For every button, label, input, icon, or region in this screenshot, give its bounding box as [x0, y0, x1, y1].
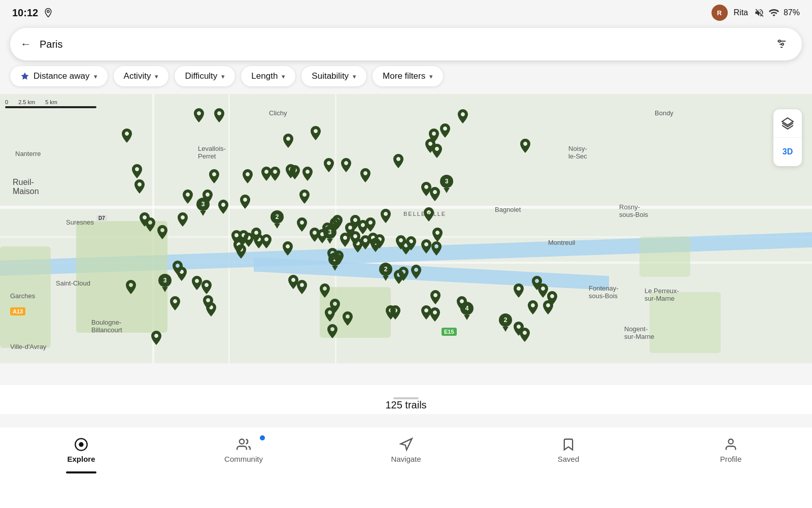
map-pin[interactable] [126, 280, 136, 296]
map-pin[interactable] [218, 200, 228, 216]
map-pin[interactable] [170, 296, 180, 312]
map-pin[interactable] [365, 217, 376, 234]
map-pin[interactable] [302, 167, 313, 183]
map-pin[interactable] [324, 158, 334, 174]
map-pin[interactable] [240, 195, 250, 211]
location-icon [43, 8, 53, 18]
map-pin[interactable] [192, 276, 202, 292]
filter-chips: Distance away ▾ Activity ▾ Difficulty ▾ … [10, 66, 443, 86]
map-pin[interactable] [297, 280, 307, 296]
map-pin[interactable] [458, 109, 468, 125]
map-pin[interactable] [520, 328, 530, 344]
map-pin[interactable] [194, 108, 204, 124]
map-pin[interactable] [178, 212, 188, 229]
filter-distance[interactable]: Distance away ▾ [10, 66, 108, 86]
filter-button[interactable] [771, 34, 792, 54]
map-pin[interactable]: 2 [499, 313, 512, 332]
search-bar: ← [10, 28, 802, 60]
map-pin[interactable] [421, 239, 431, 256]
community-icon [236, 437, 251, 452]
nav-item-profile[interactable]: Profile [695, 437, 766, 463]
map-pin[interactable]: 3 [440, 175, 453, 193]
map-pin[interactable] [431, 241, 442, 258]
map-pin[interactable] [538, 283, 548, 300]
map-pin[interactable] [393, 154, 403, 170]
map-pin[interactable] [430, 187, 440, 203]
map-pin[interactable] [340, 233, 350, 249]
map-pin[interactable] [411, 265, 421, 281]
search-input[interactable] [40, 39, 771, 50]
map-pin[interactable] [317, 229, 327, 245]
map-pin[interactable] [440, 123, 450, 140]
map-pin[interactable] [206, 302, 216, 319]
map-pin[interactable] [341, 158, 351, 174]
map-pin[interactable] [375, 234, 385, 250]
layers-icon [781, 117, 794, 130]
map-pin[interactable] [283, 241, 293, 258]
map-pin[interactable] [320, 283, 330, 300]
map-pin[interactable] [209, 169, 219, 185]
map-pin[interactable]: 2 [379, 263, 392, 281]
map-pin[interactable]: 2 [270, 210, 284, 229]
svg-point-11 [728, 439, 733, 444]
chevron-down-icon: ▾ [353, 73, 356, 80]
map-pin[interactable] [236, 244, 246, 261]
map-pin[interactable]: 3 [196, 198, 210, 216]
map-pin[interactable] [134, 179, 145, 196]
map-pin[interactable] [183, 189, 193, 206]
layers-button[interactable] [773, 109, 802, 138]
map-pin[interactable]: 3 [158, 274, 172, 292]
map-pin[interactable] [381, 209, 391, 225]
map-pin[interactable] [261, 234, 272, 250]
map-pin[interactable] [514, 283, 524, 300]
back-button[interactable]: ← [20, 38, 31, 51]
map-pin[interactable] [430, 307, 440, 324]
map-pin[interactable] [343, 311, 353, 328]
filter-length-label: Length [251, 71, 278, 81]
map-pin[interactable] [299, 189, 310, 206]
map-pin[interactable] [520, 139, 530, 155]
map-pin[interactable] [424, 207, 434, 224]
nav-item-saved[interactable]: Saved [533, 437, 604, 463]
map-pin[interactable] [177, 267, 187, 283]
nav-item-explore[interactable]: Explore [46, 437, 117, 463]
park-4 [0, 246, 51, 348]
nav-item-community[interactable]: Community [208, 437, 279, 463]
filter-activity[interactable]: Activity ▾ [114, 66, 169, 86]
map-pin[interactable] [406, 236, 416, 252]
map-pin[interactable] [528, 300, 538, 316]
map-pin[interactable] [270, 167, 280, 183]
map-pin[interactable] [283, 134, 293, 150]
road-d7: D7 [96, 215, 107, 221]
filter-length[interactable]: Length ▾ [241, 66, 295, 86]
filter-more[interactable]: More filters ▾ [373, 66, 443, 86]
map-pin[interactable] [145, 217, 155, 234]
map-pin[interactable] [297, 217, 307, 234]
map-pin[interactable] [398, 267, 409, 283]
map-pin[interactable] [122, 129, 132, 145]
map-pin[interactable] [157, 225, 167, 241]
distance-icon [20, 72, 29, 81]
map-pin[interactable] [290, 165, 300, 181]
map-pin[interactable] [327, 324, 337, 340]
map-pin[interactable] [311, 126, 321, 142]
saved-icon [561, 437, 576, 452]
filter-suitability[interactable]: Suitability ▾ [301, 66, 366, 86]
map-pin[interactable] [333, 250, 344, 267]
map-pin[interactable] [432, 144, 442, 160]
map-pin[interactable] [360, 168, 370, 184]
map-pin[interactable] [430, 290, 441, 306]
map-pin[interactable] [543, 300, 553, 316]
map-pin[interactable] [390, 305, 400, 322]
map-pin[interactable] [201, 280, 212, 296]
map-pin[interactable] [214, 108, 224, 124]
map-pin[interactable] [325, 307, 335, 324]
map-pin[interactable] [132, 164, 142, 180]
nav-item-navigate[interactable]: Navigate [370, 437, 442, 463]
map-pin[interactable]: 4 [460, 302, 473, 320]
3d-button[interactable]: 3D [773, 138, 802, 166]
map-pin[interactable] [243, 169, 253, 185]
map-area[interactable]: A13 E15 D7 Clichy Bondy Nanterre Levallo… [0, 94, 812, 363]
filter-difficulty[interactable]: Difficulty ▾ [175, 66, 235, 86]
map-pin[interactable] [151, 331, 161, 347]
